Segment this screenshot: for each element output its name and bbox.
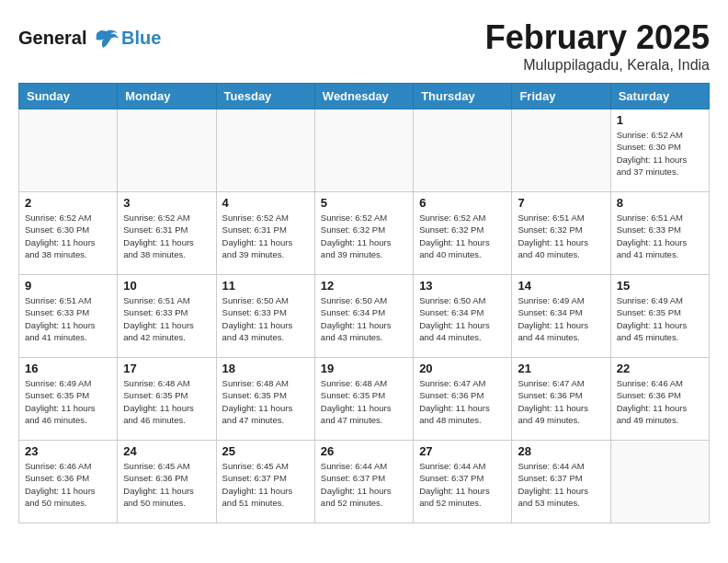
calendar-day-cell: 23Sunrise: 6:46 AM Sunset: 6:36 PM Dayli… bbox=[19, 441, 118, 523]
calendar-day-cell: 10Sunrise: 6:51 AM Sunset: 6:33 PM Dayli… bbox=[118, 275, 216, 358]
calendar-day-cell: 4Sunrise: 6:52 AM Sunset: 6:31 PM Daylig… bbox=[216, 192, 314, 275]
day-info: Sunrise: 6:47 AM Sunset: 6:36 PM Dayligh… bbox=[518, 377, 604, 426]
day-number: 23 bbox=[25, 444, 111, 458]
calendar-day-cell bbox=[512, 109, 610, 192]
calendar-week-row-1: 1Sunrise: 6:52 AM Sunset: 6:30 PM Daylig… bbox=[19, 109, 710, 192]
calendar-header-saturday: Saturday bbox=[610, 84, 709, 109]
day-info: Sunrise: 6:49 AM Sunset: 6:35 PM Dayligh… bbox=[25, 377, 111, 426]
day-info: Sunrise: 6:50 AM Sunset: 6:33 PM Dayligh… bbox=[222, 294, 309, 343]
day-info: Sunrise: 6:47 AM Sunset: 6:36 PM Dayligh… bbox=[419, 377, 506, 426]
calendar-day-cell: 8Sunrise: 6:51 AM Sunset: 6:33 PM Daylig… bbox=[610, 192, 709, 275]
day-info: Sunrise: 6:48 AM Sunset: 6:35 PM Dayligh… bbox=[321, 377, 407, 426]
calendar-header-wednesday: Wednesday bbox=[314, 84, 413, 109]
calendar-subtitle: Muluppilagadu, Kerala, India bbox=[485, 57, 710, 74]
calendar-day-cell bbox=[414, 109, 512, 192]
day-number: 10 bbox=[123, 279, 210, 293]
calendar-week-row-3: 9Sunrise: 6:51 AM Sunset: 6:33 PM Daylig… bbox=[19, 275, 710, 358]
calendar-day-cell: 6Sunrise: 6:52 AM Sunset: 6:32 PM Daylig… bbox=[414, 192, 512, 275]
day-info: Sunrise: 6:46 AM Sunset: 6:36 PM Dayligh… bbox=[25, 460, 111, 509]
calendar-day-cell: 17Sunrise: 6:48 AM Sunset: 6:35 PM Dayli… bbox=[118, 358, 216, 441]
calendar-day-cell: 3Sunrise: 6:52 AM Sunset: 6:31 PM Daylig… bbox=[118, 192, 216, 275]
day-info: Sunrise: 6:50 AM Sunset: 6:34 PM Dayligh… bbox=[419, 294, 506, 343]
day-info: Sunrise: 6:52 AM Sunset: 6:31 PM Dayligh… bbox=[222, 212, 309, 260]
calendar-day-cell bbox=[118, 109, 216, 192]
day-info: Sunrise: 6:50 AM Sunset: 6:34 PM Dayligh… bbox=[321, 294, 407, 343]
header: General Blue February 2025 Muluppilagadu… bbox=[18, 18, 710, 74]
calendar-day-cell: 26Sunrise: 6:44 AM Sunset: 6:37 PM Dayli… bbox=[314, 441, 413, 523]
calendar-header-friday: Friday bbox=[512, 84, 610, 109]
calendar-day-cell: 11Sunrise: 6:50 AM Sunset: 6:33 PM Dayli… bbox=[216, 275, 314, 358]
calendar-day-cell bbox=[19, 109, 118, 192]
day-number: 17 bbox=[123, 362, 210, 375]
calendar-day-cell: 12Sunrise: 6:50 AM Sunset: 6:34 PM Dayli… bbox=[314, 275, 413, 358]
calendar-header-monday: Monday bbox=[118, 84, 216, 109]
calendar-day-cell: 2Sunrise: 6:52 AM Sunset: 6:30 PM Daylig… bbox=[19, 192, 118, 275]
calendar-day-cell bbox=[610, 441, 709, 523]
day-number: 15 bbox=[617, 279, 703, 293]
day-number: 16 bbox=[25, 362, 111, 375]
calendar-header-thursday: Thursday bbox=[414, 84, 512, 109]
calendar-week-row-5: 23Sunrise: 6:46 AM Sunset: 6:36 PM Dayli… bbox=[19, 441, 710, 523]
calendar-day-cell bbox=[314, 109, 413, 192]
day-info: Sunrise: 6:52 AM Sunset: 6:30 PM Dayligh… bbox=[617, 129, 703, 178]
calendar-day-cell: 18Sunrise: 6:48 AM Sunset: 6:35 PM Dayli… bbox=[216, 358, 314, 441]
day-info: Sunrise: 6:52 AM Sunset: 6:32 PM Dayligh… bbox=[419, 212, 506, 260]
calendar-week-row-2: 2Sunrise: 6:52 AM Sunset: 6:30 PM Daylig… bbox=[19, 192, 710, 275]
day-info: Sunrise: 6:49 AM Sunset: 6:34 PM Dayligh… bbox=[518, 294, 604, 343]
calendar-day-cell: 20Sunrise: 6:47 AM Sunset: 6:36 PM Dayli… bbox=[414, 358, 512, 441]
calendar-title: February 2025 bbox=[485, 18, 710, 57]
day-number: 24 bbox=[123, 444, 210, 458]
day-number: 19 bbox=[321, 362, 407, 375]
day-number: 21 bbox=[518, 362, 604, 375]
day-info: Sunrise: 6:51 AM Sunset: 6:33 PM Dayligh… bbox=[123, 294, 210, 343]
day-number: 9 bbox=[25, 279, 111, 293]
calendar-day-cell: 27Sunrise: 6:44 AM Sunset: 6:37 PM Dayli… bbox=[414, 441, 512, 523]
logo-text-blue: Blue bbox=[121, 28, 161, 49]
logo: General Blue bbox=[18, 28, 161, 50]
day-info: Sunrise: 6:48 AM Sunset: 6:35 PM Dayligh… bbox=[222, 377, 309, 426]
logo-text-general: General bbox=[18, 28, 86, 48]
day-info: Sunrise: 6:48 AM Sunset: 6:35 PM Dayligh… bbox=[123, 377, 210, 426]
calendar-header-tuesday: Tuesday bbox=[216, 84, 314, 109]
calendar-day-cell: 15Sunrise: 6:49 AM Sunset: 6:35 PM Dayli… bbox=[610, 275, 709, 358]
day-number: 20 bbox=[419, 362, 506, 375]
logo-bird-icon bbox=[94, 29, 119, 50]
day-number: 8 bbox=[617, 196, 703, 210]
calendar-day-cell: 21Sunrise: 6:47 AM Sunset: 6:36 PM Dayli… bbox=[512, 358, 610, 441]
calendar-day-cell: 16Sunrise: 6:49 AM Sunset: 6:35 PM Dayli… bbox=[19, 358, 118, 441]
day-info: Sunrise: 6:49 AM Sunset: 6:35 PM Dayligh… bbox=[617, 294, 703, 343]
day-info: Sunrise: 6:51 AM Sunset: 6:32 PM Dayligh… bbox=[518, 212, 604, 260]
title-section: February 2025 Muluppilagadu, Kerala, Ind… bbox=[485, 18, 710, 74]
day-number: 13 bbox=[419, 279, 506, 293]
day-number: 28 bbox=[518, 444, 604, 458]
calendar-header-sunday: Sunday bbox=[19, 84, 118, 109]
day-number: 18 bbox=[222, 362, 309, 375]
day-number: 25 bbox=[222, 444, 309, 458]
calendar-day-cell: 19Sunrise: 6:48 AM Sunset: 6:35 PM Dayli… bbox=[314, 358, 413, 441]
calendar-day-cell: 14Sunrise: 6:49 AM Sunset: 6:34 PM Dayli… bbox=[512, 275, 610, 358]
day-number: 4 bbox=[222, 196, 309, 210]
calendar-day-cell: 22Sunrise: 6:46 AM Sunset: 6:36 PM Dayli… bbox=[610, 358, 709, 441]
day-number: 22 bbox=[617, 362, 703, 375]
day-number: 3 bbox=[123, 196, 210, 210]
day-info: Sunrise: 6:52 AM Sunset: 6:30 PM Dayligh… bbox=[25, 212, 111, 260]
day-number: 5 bbox=[321, 196, 407, 210]
day-info: Sunrise: 6:51 AM Sunset: 6:33 PM Dayligh… bbox=[25, 294, 111, 343]
day-info: Sunrise: 6:51 AM Sunset: 6:33 PM Dayligh… bbox=[617, 212, 703, 260]
calendar-day-cell bbox=[216, 109, 314, 192]
calendar-day-cell: 13Sunrise: 6:50 AM Sunset: 6:34 PM Dayli… bbox=[414, 275, 512, 358]
day-info: Sunrise: 6:44 AM Sunset: 6:37 PM Dayligh… bbox=[321, 460, 407, 509]
day-number: 6 bbox=[419, 196, 506, 210]
calendar-week-row-4: 16Sunrise: 6:49 AM Sunset: 6:35 PM Dayli… bbox=[19, 358, 710, 441]
day-info: Sunrise: 6:45 AM Sunset: 6:37 PM Dayligh… bbox=[222, 460, 309, 509]
day-info: Sunrise: 6:44 AM Sunset: 6:37 PM Dayligh… bbox=[419, 460, 506, 509]
calendar-header-row: SundayMondayTuesdayWednesdayThursdayFrid… bbox=[19, 84, 710, 109]
day-info: Sunrise: 6:45 AM Sunset: 6:36 PM Dayligh… bbox=[123, 460, 210, 509]
calendar-day-cell: 7Sunrise: 6:51 AM Sunset: 6:32 PM Daylig… bbox=[512, 192, 610, 275]
calendar-day-cell: 9Sunrise: 6:51 AM Sunset: 6:33 PM Daylig… bbox=[19, 275, 118, 358]
day-info: Sunrise: 6:44 AM Sunset: 6:37 PM Dayligh… bbox=[518, 460, 604, 509]
day-number: 2 bbox=[25, 196, 111, 210]
calendar-day-cell: 24Sunrise: 6:45 AM Sunset: 6:36 PM Dayli… bbox=[118, 441, 216, 523]
day-number: 26 bbox=[321, 444, 407, 458]
day-number: 7 bbox=[518, 196, 604, 210]
